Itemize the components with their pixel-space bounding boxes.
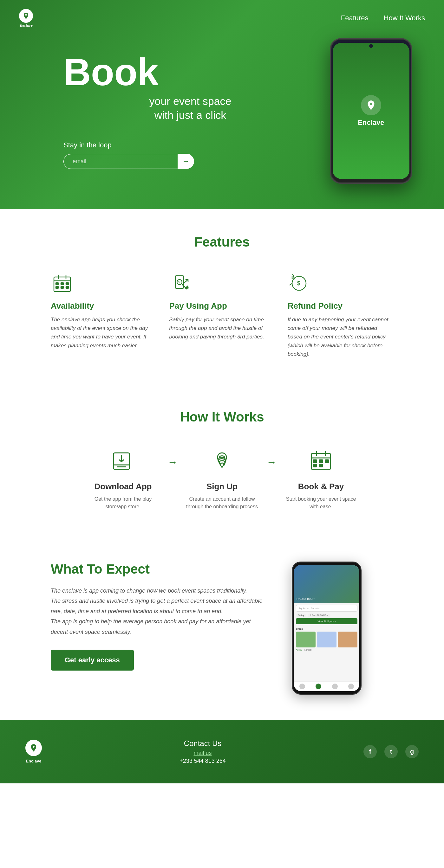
app-nav-search xyxy=(316,684,321,689)
how-step-signup-desc: Create an account and follow through the… xyxy=(184,495,260,510)
phone-camera xyxy=(369,44,373,48)
footer-logo-icon xyxy=(25,740,42,756)
phone-edge-right xyxy=(411,71,412,90)
google-icon[interactable]: g xyxy=(405,745,419,758)
facebook-icon[interactable]: f xyxy=(363,745,377,758)
phone-edge-left xyxy=(330,64,331,77)
expect-desc: The enclave is app coming to change how … xyxy=(51,586,266,637)
svg-rect-6 xyxy=(66,283,68,285)
feature-pay-title: Pay Using App xyxy=(169,301,275,311)
email-submit-button[interactable]: → xyxy=(178,154,194,169)
hero-loop-label: Stay in the loop xyxy=(63,141,317,149)
arrow-right-icon-2: → xyxy=(266,456,276,468)
app-thumb-3 xyxy=(338,631,357,647)
filter-chip-today: Today xyxy=(296,614,306,617)
app-nav-home xyxy=(299,684,305,689)
hero-left: Book your event spacewith just a click S… xyxy=(63,53,317,169)
svg-text:$: $ xyxy=(178,280,180,284)
features-title: Features xyxy=(51,235,393,250)
how-step-signup: Sign Up Create an account and follow thr… xyxy=(184,447,260,510)
app-thumb-1 xyxy=(296,631,316,647)
phone-mockup: Enclave xyxy=(330,38,412,184)
feature-refund-title: Refund Policy xyxy=(288,301,393,311)
twitter-icon[interactable]: t xyxy=(384,745,398,758)
svg-rect-9 xyxy=(66,286,68,288)
hero-phone: Enclave xyxy=(317,38,425,184)
expect-phone-screen: RADIO TOUR Try Accra, Bahrain... Today 1… xyxy=(294,565,359,691)
how-step-book: Book & Pay Start booking your event spac… xyxy=(283,447,359,510)
email-input[interactable] xyxy=(63,154,178,169)
svg-rect-22 xyxy=(319,460,323,462)
footer-logo-text: Enclave xyxy=(26,759,41,764)
footer-contact-email[interactable]: mail us xyxy=(179,750,226,756)
app-header-image: RADIO TOUR xyxy=(294,565,359,603)
svg-rect-21 xyxy=(313,460,317,462)
footer-socials: f t g xyxy=(363,745,419,758)
how-step-download: Download App Get the app from the play s… xyxy=(85,447,161,510)
feature-refund-desc: If due to any happening your event canno… xyxy=(288,315,393,359)
phone-logo-text: Enclave xyxy=(358,119,384,127)
svg-text:$: $ xyxy=(297,280,300,286)
hero-section: Enclave Features How It Works Book your … xyxy=(0,0,444,209)
feature-pay-desc: Safely pay for your event space on time … xyxy=(169,315,275,341)
how-step-book-desc: Start booking your event space with ease… xyxy=(283,495,359,510)
filter-chip-fee: 1 Per - 10,000 Pex xyxy=(307,614,330,617)
how-steps: Download App Get the app from the play s… xyxy=(51,447,393,510)
expect-right: RADIO TOUR Try Accra, Bahrain... Today 1… xyxy=(292,562,393,695)
refund-icon: $ xyxy=(288,272,310,295)
svg-rect-5 xyxy=(61,283,63,285)
hero-title-big: Book xyxy=(63,53,317,91)
logo-label: Enclave xyxy=(19,24,33,27)
svg-rect-8 xyxy=(61,286,63,288)
app-header-overlay: RADIO TOUR xyxy=(294,565,359,603)
expect-phone-mockup: RADIO TOUR Try Accra, Bahrain... Today 1… xyxy=(292,562,361,695)
feature-availability-title: Availability xyxy=(51,301,156,311)
app-screenshot: RADIO TOUR Try Accra, Bahrain... Today 1… xyxy=(294,565,359,691)
svg-rect-25 xyxy=(319,464,323,467)
app-header-label: RADIO TOUR xyxy=(297,597,315,600)
pay-icon: $ xyxy=(169,272,192,295)
feature-pay: $ Pay Using App Safely pay for your even… xyxy=(169,272,275,359)
nav-links: Features How It Works xyxy=(341,14,425,22)
arrow-right-icon-1: → xyxy=(168,456,178,468)
footer-logo: Enclave xyxy=(25,740,42,764)
navbar: Enclave Features How It Works xyxy=(0,0,444,36)
how-step-book-title: Book & Pay xyxy=(298,482,344,492)
book-pay-icon xyxy=(307,447,335,475)
svg-rect-7 xyxy=(56,286,58,288)
hero-subtitle: your event spacewith just a click xyxy=(63,94,317,122)
svg-rect-23 xyxy=(325,460,329,462)
how-step-download-desc: Get the app from the play store/app stor… xyxy=(85,495,161,510)
hero-email-row: → xyxy=(63,154,317,169)
app-nav-settings xyxy=(348,684,354,689)
app-search-bar: Try Accra, Bahrain... xyxy=(296,605,357,612)
app-filter-row: Today 1 Per - 10,000 Pex xyxy=(294,614,359,617)
app-nav-profile xyxy=(332,684,338,689)
nav-how-it-works[interactable]: How It Works xyxy=(384,14,425,22)
how-step-download-title: Download App xyxy=(94,482,152,492)
early-access-button[interactable]: Get early access xyxy=(51,650,134,671)
features-section: Features Availability The enclav xyxy=(0,209,444,384)
svg-rect-4 xyxy=(56,283,58,285)
footer-contact: Contact Us mail us +233 544 813 264 xyxy=(179,739,226,764)
app-thumb-2 xyxy=(317,631,336,647)
features-grid: Availability The enclave app helps you c… xyxy=(51,272,393,359)
download-icon xyxy=(109,447,137,475)
footer-contact-phone: +233 544 813 264 xyxy=(179,758,226,764)
expect-desc-text: The enclave is app coming to change how … xyxy=(51,588,262,635)
nav-features[interactable]: Features xyxy=(341,14,368,22)
footer: Enclave Contact Us mail us +233 544 813 … xyxy=(0,720,444,783)
feature-availability-desc: The enclave app helps you check the avai… xyxy=(51,315,156,350)
feature-refund: $ Refund Policy If due to any happening … xyxy=(288,272,393,359)
how-step-signup-title: Sign Up xyxy=(206,482,238,492)
arrow-1: → xyxy=(168,447,178,468)
expect-title: What To Expect xyxy=(51,562,266,577)
expect-section: What To Expect The enclave is app coming… xyxy=(0,536,444,720)
svg-rect-24 xyxy=(313,464,317,467)
phone-logo: Enclave xyxy=(358,95,384,127)
feature-availability: Availability The enclave app helps you c… xyxy=(51,272,156,359)
footer-contact-title: Contact Us xyxy=(179,739,226,748)
logo: Enclave xyxy=(19,9,33,27)
expect-left: What To Expect The enclave is app coming… xyxy=(51,562,266,671)
signup-icon xyxy=(208,447,236,475)
